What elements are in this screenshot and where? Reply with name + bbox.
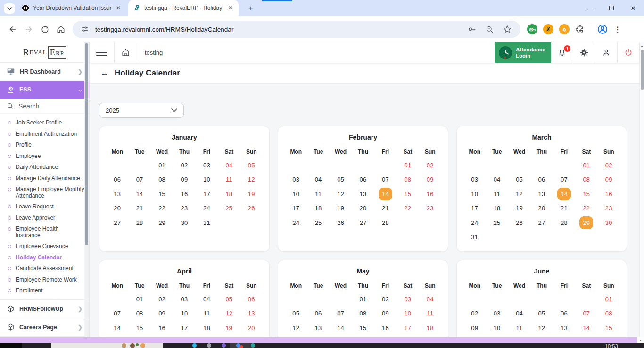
date-cell: 15 xyxy=(352,321,374,335)
attendance-login-button[interactable]: Attendance Login xyxy=(495,42,551,63)
weekday-label: Mon xyxy=(463,149,486,155)
tab-close-icon[interactable]: ✕ xyxy=(115,5,122,11)
year-dropdown[interactable]: 2025 xyxy=(99,103,184,118)
password-key-icon[interactable] xyxy=(465,25,479,34)
page-scrollbar-thumb[interactable] xyxy=(641,50,644,90)
weekday-header-row: MonTueWedThuFriSatSun xyxy=(463,282,620,289)
forward-button[interactable] xyxy=(21,21,37,37)
date-cell: 01 xyxy=(396,158,419,173)
tab-close-icon[interactable]: ✕ xyxy=(227,5,234,11)
app-frame: REVALERP HR Dashboard ❯ ESS ⌄ xyxy=(0,42,644,337)
sidebar-item-hrmsfollowup[interactable]: HRMSFollowUp ❯ xyxy=(0,299,89,318)
notifications-button[interactable]: 1 xyxy=(551,42,573,63)
url-text[interactable]: testingqa.revalomni.com/HRMS/HolidayCale… xyxy=(95,26,461,33)
date-cell: 18 xyxy=(419,321,441,335)
date-cell: 08 xyxy=(151,173,173,187)
weekday-label: Tue xyxy=(307,149,329,155)
profile-button[interactable] xyxy=(595,42,617,63)
weekday-label: Fri xyxy=(196,149,218,155)
tab-revalerp-holiday[interactable]: ϑ testingqa - RevalERP - Holiday C ✕ xyxy=(128,0,239,16)
sidebar-item-careers-page[interactable]: Careers Page ❯ xyxy=(0,318,89,336)
maximize-button[interactable] xyxy=(601,0,622,16)
back-arrow-icon[interactable]: ← xyxy=(100,68,109,78)
reload-button[interactable] xyxy=(37,21,53,37)
browser-toolbar: testingqa.revalomni.com/HRMS/HolidayCale… xyxy=(0,16,644,42)
profile-avatar-icon[interactable] xyxy=(597,24,608,35)
extension-icon-green[interactable]: ඐ xyxy=(527,24,537,34)
sidebar-item-job-seeker-profile[interactable]: Job Seeker Profile xyxy=(0,117,89,129)
weekday-label: Wed xyxy=(330,149,352,155)
sidebar-search[interactable] xyxy=(0,99,89,114)
settings-button[interactable] xyxy=(573,42,595,63)
app-home-button[interactable] xyxy=(115,42,137,63)
date-cell: 13 xyxy=(106,187,128,201)
taskbar-app-icon[interactable] xyxy=(192,343,197,348)
sidebar-item-employee-remote-work[interactable]: Employee Remote Work xyxy=(0,274,89,286)
minimize-button[interactable] xyxy=(579,0,601,16)
date-cell: 22 xyxy=(151,201,173,216)
taskbar-app-icon[interactable] xyxy=(207,343,211,348)
sidebar-item-enrollment-authorization[interactable]: Enrollment Authorization xyxy=(0,129,89,140)
extensions-puzzle-icon[interactable] xyxy=(575,25,585,34)
sidebar-item-profile[interactable]: Profile xyxy=(0,140,89,151)
empty-cell xyxy=(553,158,575,173)
search-input[interactable] xyxy=(18,102,75,110)
bullet-icon xyxy=(8,143,11,147)
sidebar-item-manage-employee-monthly-attendance[interactable]: Manage Employee Monthly Attendance xyxy=(0,184,89,201)
date-cell: 04 xyxy=(196,292,218,307)
date-cell: 11 xyxy=(486,187,508,201)
extension-icon-orange-x[interactable]: ✗ xyxy=(543,24,553,34)
close-window-button[interactable]: ✕ xyxy=(622,0,644,16)
sidebar-item-daily-attendance[interactable]: Daily Attendance xyxy=(0,162,89,173)
sidebar-item-candidate-assessment[interactable]: Candidate Assessment xyxy=(0,263,89,274)
tab-search-chevron-button[interactable] xyxy=(4,3,15,14)
date-cell: 03 xyxy=(396,292,419,307)
date-cell: 13 xyxy=(530,187,553,201)
zoom-out-icon[interactable] xyxy=(483,25,496,34)
sidebar-toggle-button[interactable] xyxy=(90,42,114,63)
sidebar-scrollbar-thumb[interactable] xyxy=(85,43,88,245)
taskbar-app-icon[interactable] xyxy=(236,343,240,348)
date-cell: 15 xyxy=(598,321,620,335)
site-settings-icon[interactable] xyxy=(79,25,91,33)
taskbar-preview[interactable] xyxy=(51,343,163,348)
taskbar-app-icon[interactable] xyxy=(251,343,255,348)
date-cell: 20 xyxy=(240,321,263,335)
date-cell: 09 xyxy=(151,307,173,321)
date-cell: 14 xyxy=(374,187,396,201)
date-cell: 12 xyxy=(508,187,530,201)
sidebar-item-manage-daily-attendance[interactable]: Manage Daily Attendance xyxy=(0,173,89,184)
sidebar-item-holiday-calendar[interactable]: Holiday Calendar xyxy=(0,252,89,264)
sidebar-item-employee-grievance[interactable]: Employee Grievance xyxy=(0,241,89,252)
date-cell: 09 xyxy=(463,321,486,335)
sidebar-item-employee-health-insurance[interactable]: Employee Health Insurance xyxy=(0,224,89,241)
extension-icon-orange[interactable]: ϙ xyxy=(559,24,570,34)
page-scrollbar[interactable]: ▲ xyxy=(639,42,644,337)
new-tab-button[interactable]: + xyxy=(245,3,256,14)
date-cell: 08 xyxy=(575,173,597,187)
sidebar-item-leave-request[interactable]: Leave Request xyxy=(0,201,89,213)
logout-power-button[interactable] xyxy=(618,42,639,63)
tab-year-dropdown-issue[interactable]: Year Dropdown Validation Issue ✕ xyxy=(17,0,126,16)
taskbar-start-area[interactable] xyxy=(0,343,22,348)
taskbar-app-icon[interactable] xyxy=(222,343,226,348)
sidebar-item-hr-dashboard[interactable]: HR Dashboard ❯ xyxy=(0,63,89,81)
empty-cell xyxy=(530,158,553,173)
address-bar[interactable]: testingqa.revalomni.com/HRMS/HolidayCale… xyxy=(73,21,520,38)
sidebar-item-leave-approver[interactable]: Leave Approver xyxy=(0,213,89,224)
sidebar-scrollbar[interactable] xyxy=(84,42,89,337)
browser-menu-kebab-icon[interactable]: ⋮ xyxy=(614,25,621,34)
weekday-label: Thu xyxy=(352,149,374,155)
scroll-up-arrow[interactable]: ▲ xyxy=(640,42,644,48)
tab2-favicon: ϑ xyxy=(133,4,140,12)
back-button[interactable] xyxy=(5,21,21,37)
date-cell: 05 xyxy=(285,307,307,321)
date-cell: 06 xyxy=(106,173,128,187)
sidebar-item-employee[interactable]: Employee xyxy=(0,151,89,162)
scroll-down-arrow[interactable]: ▼ xyxy=(637,337,644,343)
sidebar-item-ess[interactable]: ESS ⌄ xyxy=(0,81,89,99)
sidebar-item-enrollment[interactable]: Enrollment xyxy=(0,285,89,297)
home-button[interactable] xyxy=(53,21,69,37)
bookmark-star-icon[interactable] xyxy=(501,25,514,34)
weekday-label: Sat xyxy=(218,282,240,289)
